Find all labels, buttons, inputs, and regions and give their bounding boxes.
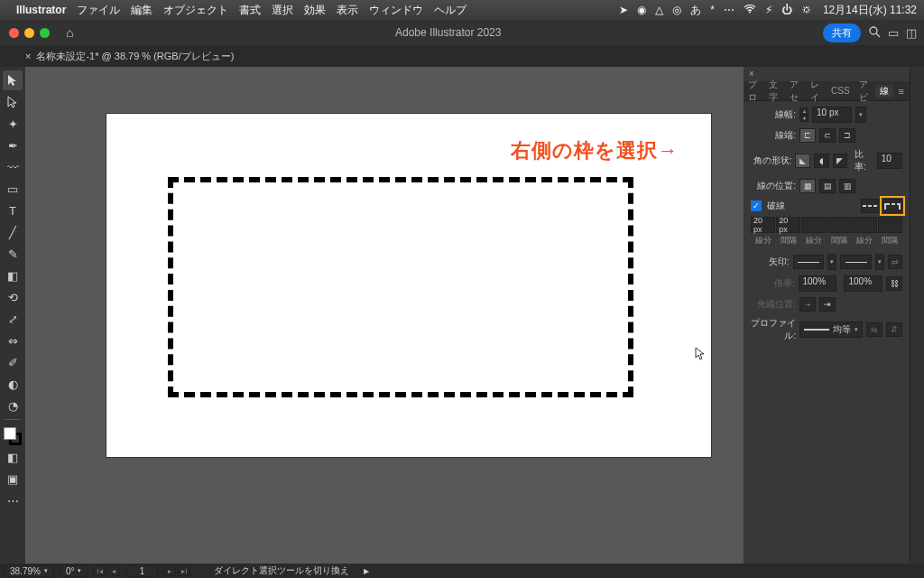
- tab-layers[interactable]: レイ: [806, 79, 827, 104]
- line-tool[interactable]: ╱: [3, 222, 23, 242]
- flip-horizontal-icon[interactable]: ⇋: [866, 322, 882, 337]
- next-artboard-button[interactable]: ▸: [163, 565, 176, 576]
- battery-icon[interactable]: ⚡︎: [765, 4, 772, 16]
- arrow-scale-start[interactable]: 100%: [799, 275, 837, 292]
- menu-type[interactable]: 書式: [239, 3, 261, 18]
- document-tab-label[interactable]: 名称未設定-1* @ 38.79 % (RGB/プレビュー): [36, 50, 234, 63]
- collapsed-panel-dock[interactable]: [910, 67, 924, 564]
- location-icon[interactable]: ➤: [619, 4, 628, 16]
- dashed-rectangle-object[interactable]: [168, 177, 633, 397]
- curvature-tool[interactable]: 〰: [3, 157, 23, 177]
- arrow-end-caret[interactable]: ▾: [875, 254, 885, 270]
- magic-wand-tool[interactable]: ✦: [3, 114, 23, 134]
- dash-value-2[interactable]: [801, 217, 826, 233]
- prev-artboard-button[interactable]: ◂: [107, 565, 120, 576]
- dash-align-corners-button[interactable]: [882, 199, 902, 213]
- window-traffic-lights[interactable]: [0, 28, 59, 38]
- arrow-start-caret[interactable]: ▾: [827, 254, 837, 270]
- stroke-width-dropdown[interactable]: ▾: [855, 107, 866, 123]
- fullscreen-window-icon[interactable]: [40, 28, 50, 38]
- triangle-icon[interactable]: △: [655, 4, 663, 16]
- dash-value-3[interactable]: [853, 217, 877, 233]
- corner-bevel-button[interactable]: ◤: [833, 154, 848, 168]
- minimize-window-icon[interactable]: [24, 28, 34, 38]
- dash-value-1[interactable]: 20 px: [751, 217, 775, 233]
- artboard-number-input[interactable]: 1: [125, 564, 158, 577]
- line-icon[interactable]: ◉: [637, 4, 646, 16]
- fill-swatch[interactable]: [4, 427, 16, 440]
- width-tool[interactable]: ⇔: [3, 331, 23, 350]
- overflow-icon[interactable]: ⋯: [724, 4, 735, 16]
- rectangle-tool[interactable]: ▭: [3, 179, 23, 199]
- cap-round-button[interactable]: ⊂: [819, 128, 836, 143]
- menu-edit[interactable]: 編集: [131, 3, 152, 18]
- direct-selection-tool[interactable]: [3, 92, 23, 112]
- search-icon[interactable]: [868, 25, 881, 41]
- artboard[interactable]: 右側の枠を選択→: [106, 114, 711, 457]
- arrange-icon[interactable]: ▭: [888, 26, 899, 40]
- stroke-width-stepper[interactable]: ▴▾: [799, 107, 808, 122]
- tab-css[interactable]: CSS: [827, 86, 855, 96]
- gap-value-1[interactable]: 20 px: [776, 217, 800, 233]
- bluetooth-icon[interactable]: *: [710, 4, 715, 16]
- eraser-tool[interactable]: ◧: [3, 266, 23, 285]
- type-tool[interactable]: T: [3, 200, 23, 220]
- profile-dropdown[interactable]: 均等 ▾: [799, 322, 863, 338]
- flip-vertical-icon[interactable]: ⇵: [886, 322, 902, 337]
- ime-icon[interactable]: あ: [690, 3, 701, 18]
- tab-close-icon[interactable]: ×: [25, 51, 31, 61]
- arrow-start-dropdown[interactable]: [793, 255, 824, 269]
- shape-builder-tool[interactable]: ◔: [3, 396, 23, 415]
- pen-tool[interactable]: ✒: [3, 135, 23, 155]
- fill-stroke-swatch[interactable]: [4, 427, 22, 445]
- gap-value-3[interactable]: [878, 217, 902, 233]
- arrow-align-end-button[interactable]: ⇥: [819, 297, 836, 312]
- corner-round-button[interactable]: ◖: [814, 154, 829, 168]
- power-icon[interactable]: ⏻: [781, 4, 792, 16]
- tab-stroke[interactable]: 線: [875, 85, 893, 98]
- menu-object[interactable]: オブジェクト: [163, 3, 228, 18]
- swap-arrows-icon[interactable]: ⇄: [888, 255, 902, 269]
- tab-assets[interactable]: アセ: [785, 79, 806, 104]
- gap-value-2[interactable]: [827, 217, 852, 233]
- menu-window[interactable]: ウィンドウ: [369, 3, 423, 18]
- menubar-app-name[interactable]: Illustrator: [16, 4, 66, 16]
- color-mode-icon[interactable]: ◧: [3, 447, 23, 467]
- menu-select[interactable]: 選択: [272, 3, 293, 18]
- workspace-icon[interactable]: ◫: [906, 26, 917, 40]
- status-hint-play-icon[interactable]: ▶: [364, 567, 369, 575]
- arrow-scale-end[interactable]: 100%: [844, 275, 882, 292]
- cap-butt-button[interactable]: ⊏: [799, 128, 816, 143]
- corner-miter-button[interactable]: ◣: [795, 154, 810, 168]
- align-inside-button[interactable]: ▤: [819, 179, 836, 193]
- align-outside-button[interactable]: ▥: [839, 179, 855, 193]
- align-center-button[interactable]: ▦: [799, 179, 816, 193]
- cap-projecting-button[interactable]: ⊐: [839, 128, 855, 143]
- screen-mode-icon[interactable]: ▣: [3, 469, 23, 489]
- wifi-icon[interactable]: [744, 4, 756, 16]
- menu-help[interactable]: ヘルプ: [434, 3, 467, 18]
- home-icon[interactable]: ⌂: [66, 25, 73, 40]
- first-artboard-button[interactable]: I◂: [93, 565, 106, 576]
- canvas[interactable]: 右側の枠を選択→: [25, 67, 744, 564]
- brush-tool[interactable]: ✎: [3, 244, 23, 264]
- dash-preserve-button[interactable]: [861, 199, 881, 213]
- eyedropper-tool[interactable]: ✐: [3, 352, 23, 372]
- miter-limit-input[interactable]: 10: [877, 153, 902, 169]
- last-artboard-button[interactable]: ▸I: [178, 565, 190, 576]
- menu-view[interactable]: 表示: [337, 3, 358, 18]
- tab-appearance[interactable]: アピ: [855, 79, 875, 104]
- control-center-icon[interactable]: ⛭: [801, 4, 812, 16]
- menu-file[interactable]: ファイル: [77, 3, 120, 18]
- selection-tool[interactable]: [3, 70, 23, 90]
- arrow-align-tip-button[interactable]: →: [799, 297, 816, 312]
- stroke-width-input[interactable]: 10 px: [812, 107, 852, 123]
- tab-character[interactable]: 文字: [764, 79, 785, 104]
- rotate-dropdown[interactable]: 0° ▾: [60, 564, 88, 577]
- edit-toolbar-icon[interactable]: ⋯: [3, 490, 23, 510]
- rotate-tool[interactable]: ⟲: [3, 287, 23, 307]
- tab-properties[interactable]: プロ: [744, 79, 764, 104]
- panel-menu-icon[interactable]: ≡: [893, 86, 910, 97]
- link-scale-icon[interactable]: ⛓: [886, 276, 902, 291]
- zoom-dropdown[interactable]: 38.79% ▾: [4, 564, 54, 577]
